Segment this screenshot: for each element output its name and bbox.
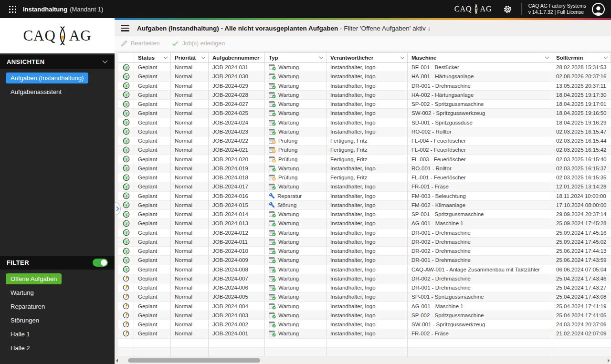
column-header[interactable]: Aufgabennummer [209, 53, 265, 62]
table-row[interactable]: GeplantNormalJOB-2024-002 WartungInstand… [118, 320, 611, 329]
table-row[interactable]: GeplantNormalJOB-2024-012 WartungInstand… [118, 229, 611, 238]
priority-cell: Normal [171, 320, 209, 329]
title-bar: Aufgaben (Instandhaltung) - Alle nicht v… [115, 20, 611, 36]
table-row[interactable]: GeplantNormalJOB-2024-006 WartungInstand… [118, 283, 611, 292]
due-date-cell: 25.04.2024 17:41:19 [552, 302, 611, 311]
table-row[interactable]: GeplantNormalJOB-2024-029 WartungInstand… [118, 82, 611, 91]
table-row[interactable]: GeplantNormalJOB-2024-013 WartungInstand… [118, 219, 611, 228]
chevron-right-icon [116, 206, 119, 211]
user-avatar[interactable] [592, 3, 605, 16]
type-cell: Wartung [265, 82, 327, 90]
sidebar-filter-item[interactable]: Halle 1 [6, 329, 34, 340]
scroll-right-arrow[interactable] [608, 359, 610, 363]
table-row[interactable]: GeplantNormalJOB-2024-028 WartungInstand… [118, 91, 611, 100]
status-clock-orange-icon [123, 303, 129, 310]
sidebar-view-item[interactable]: Aufgabenassistent [6, 86, 66, 97]
table-row[interactable]: GeplantNormalJOB-2024-011 WartungInstand… [118, 238, 611, 247]
table-row[interactable]: GeplantNormalJOB-2024-004 WartungInstand… [118, 302, 611, 311]
column-header[interactable]: Typ [265, 53, 327, 62]
responsible-cell: Instandhalter, Ingo [327, 72, 408, 81]
table-row[interactable]: GeplantNormalJOB-2024-027 WartungInstand… [118, 100, 611, 109]
sidebar-filter-item[interactable]: Offene Aufgaben [6, 273, 62, 284]
filter-toggle[interactable] [93, 259, 108, 267]
gear-icon[interactable] [503, 4, 513, 14]
sidebar-filter-item[interactable]: Wartung [6, 287, 39, 298]
maintenance-calendar-icon [269, 303, 276, 310]
maintenance-calendar-icon [269, 266, 276, 273]
column-header[interactable]: Solltermin [552, 53, 611, 62]
status-clock-green-icon [123, 82, 130, 89]
table-row[interactable]: GeplantNormalJOB-2024-003 WartungInstand… [118, 311, 611, 320]
responsible-cell: Instandhalter, Ingo [327, 311, 408, 320]
status-icon-cell [118, 136, 134, 145]
type-cell: Wartung [265, 109, 327, 117]
responsible-cell: Fertigung, Fritz [327, 146, 408, 154]
table-row[interactable]: GeplantNormalJOB-2024-007 WartungInstand… [118, 274, 611, 283]
responsible-cell: Instandhalter, Ingo [327, 127, 408, 136]
responsible-cell: Instandhalter, Ingo [327, 192, 408, 200]
status-cell: Geplant [134, 182, 171, 191]
table-row[interactable]: GeplantNormalJOB-2024-031 WartungInstand… [118, 63, 611, 72]
type-cell: Wartung [265, 247, 327, 255]
table-row[interactable]: GeplantNormalJOB-2024-021 PrüfungFertigu… [118, 146, 611, 155]
table-row[interactable]: GeplantNormalJOB-2024-005 WartungInstand… [118, 292, 611, 302]
horizontal-scrollbar[interactable] [115, 357, 611, 364]
status-icon-cell [118, 302, 134, 311]
status-icon-cell [118, 173, 134, 182]
job-number-cell: JOB-2024-006 [209, 283, 265, 292]
status-cell: Geplant [134, 247, 171, 255]
brand-right: AG [480, 5, 492, 13]
job-number-cell: JOB-2024-001 [209, 329, 265, 338]
type-cell: Prüfung [265, 155, 327, 164]
complete-jobs-button[interactable]: Job(s) erledigen [172, 40, 225, 47]
complete-jobs-label: Job(s) erledigen [182, 40, 225, 47]
scrollbar-thumb[interactable] [128, 358, 260, 363]
app-grid-icon[interactable] [9, 6, 16, 13]
sidebar-filter-item[interactable]: Halle 2 [6, 343, 34, 354]
table-row[interactable]: GeplantNormalJOB-2024-022 PrüfungFertigu… [118, 136, 611, 146]
sidebar-view-item[interactable]: Aufgaben (Instandhaltung) [6, 73, 88, 83]
column-header[interactable]: Priorität [171, 53, 209, 62]
table-row[interactable]: GeplantNormalJOB-2024-008 WartungInstand… [118, 265, 611, 274]
table-row[interactable]: GeplantNormalJOB-2024-018 PrüfungFertigu… [118, 173, 611, 182]
machine-cell: FL-001 - Feuerlöscher [408, 173, 552, 182]
column-header-label: Verantwortlicher [330, 55, 373, 61]
version-license: v 14.1.7.32 | Full License [528, 9, 586, 15]
table-row[interactable]: GeplantNormalJOB-2024-016 ReparaturInsta… [118, 192, 611, 201]
machine-cell: DR-001 - Drehmaschine [408, 256, 552, 264]
chevron-down-icon [545, 56, 549, 59]
views-section-header[interactable]: ANSICHTEN [0, 55, 115, 69]
column-header[interactable]: Maschine [408, 53, 552, 62]
page-title-main: Aufgaben (Instandhaltung) - Alle nicht v… [137, 25, 338, 32]
inspection-calendar-icon [269, 137, 276, 144]
menu-icon[interactable] [121, 25, 129, 31]
edit-button[interactable]: Bearbeiten [121, 40, 159, 47]
table-row[interactable]: GeplantNormalJOB-2024-017 WartungInstand… [118, 182, 611, 191]
table-row[interactable]: GeplantNormalJOB-2024-019 WartungInstand… [118, 164, 611, 173]
priority-cell: Normal [171, 173, 209, 182]
table-row[interactable]: GeplantNormalJOB-2024-020 PrüfungFertigu… [118, 155, 611, 164]
sidebar-filter-item[interactable]: Reparaturen [6, 301, 50, 312]
due-date-cell: 02.03.2025 16:15:47 [552, 127, 611, 136]
priority-cell: Normal [171, 283, 209, 292]
table-row[interactable]: GeplantNormalJOB-2024-001 WartungInstand… [118, 329, 611, 338]
scroll-left-arrow[interactable] [116, 359, 118, 363]
table-row[interactable]: GeplantNormalJOB-2024-024 WartungInstand… [118, 118, 611, 127]
maintenance-calendar-icon [269, 284, 276, 291]
due-date-cell: 25.09.2024 17:45:28 [552, 219, 611, 228]
table-row[interactable]: GeplantNormalJOB-2024-014 WartungInstand… [118, 210, 611, 219]
sidebar-filter-item[interactable]: Störungen [6, 315, 44, 326]
due-date-cell: 18.04.2025 19:16:50 [552, 109, 611, 117]
table-row[interactable]: GeplantNormalJOB-2024-023 WartungInstand… [118, 127, 611, 136]
table-row[interactable]: GeplantNormalJOB-2024-009 WartungInstand… [118, 256, 611, 265]
table-row[interactable]: GeplantNormalJOB-2024-015 StörungInstand… [118, 201, 611, 210]
column-header[interactable]: Verantwortlicher [327, 53, 408, 62]
tasks-table: Status Priorität Aufgabennummer Typ Vera… [118, 52, 611, 357]
table-row[interactable]: GeplantNormalJOB-2024-025 WartungInstand… [118, 109, 611, 118]
column-header[interactable]: Status [134, 53, 171, 62]
status-icon-cell [118, 182, 134, 191]
table-row[interactable]: GeplantNormalJOB-2024-030 WartungInstand… [118, 72, 611, 81]
responsible-cell: Instandhalter, Ingo [327, 247, 408, 255]
table-row[interactable]: GeplantNormalJOB-2024-010 WartungInstand… [118, 247, 611, 256]
priority-cell: Normal [171, 127, 209, 136]
